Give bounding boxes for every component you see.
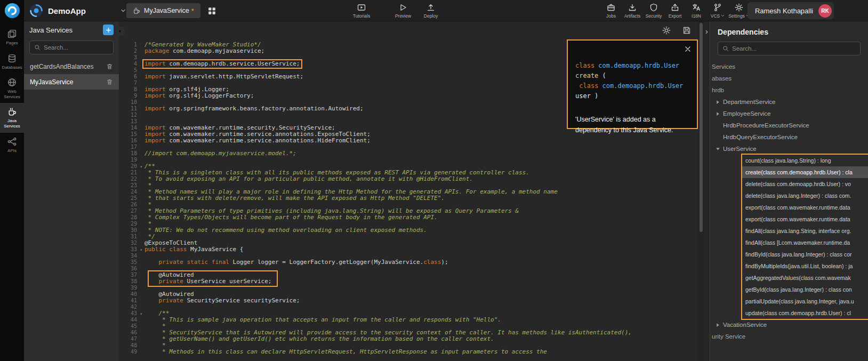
collapse-panel-icon[interactable] [117, 27, 124, 36]
sidebar-item-apis[interactable]: APIs [0, 133, 24, 157]
sidebar-item-java-services[interactable]: Java Services [0, 103, 24, 132]
code-line: 44 * This is sample java operation that … [123, 317, 698, 323]
dependency-method-item[interactable]: export(class com.wavemaker.runtime.data [742, 202, 868, 213]
topbar-action-i18n[interactable]: I18N [686, 0, 707, 21]
editor-toolbar [123, 21, 704, 39]
dependency-method-item[interactable]: findAll(class [Lcom.wavemaker.runtime.da [742, 237, 868, 248]
dependency-method-item[interactable]: getById(class java.lang.Integer) : class… [742, 284, 868, 295]
app-switcher[interactable]: DemoApp [29, 0, 126, 21]
plus-icon [106, 27, 111, 33]
tab-title: MyJavaService [144, 7, 189, 14]
dependency-tree-item-urity-service[interactable]: urity Service [710, 331, 868, 342]
dependency-method-item[interactable]: partialUpdate(class java.lang.Integer, j… [742, 295, 868, 307]
dependencies-collapse-strip[interactable] [704, 21, 710, 361]
dependency-method-item[interactable]: findAll(class java.lang.String, interfac… [742, 225, 868, 237]
dependency-label: HrdbProcedureExecutorService [723, 122, 809, 129]
topbar-action-vcs[interactable]: VCS [707, 0, 728, 21]
java-services-icon [7, 107, 17, 116]
dependency-method-item[interactable]: export(class com.wavemaker.runtime.data [742, 213, 868, 225]
user-name: Ramesh Kothapalli [755, 7, 813, 15]
service-item-getcardsandbalances[interactable]: getCardsAndBalances [24, 59, 119, 74]
code-line: 31 */ [123, 234, 698, 240]
panel-divider[interactable] [119, 21, 123, 361]
code-line: 38 private UserService userService; [123, 278, 698, 285]
apis-icon [7, 137, 17, 146]
dependencies-search-input[interactable] [732, 45, 856, 52]
dependency-method-item[interactable]: getAggregatedValues(class com.wavemak [742, 272, 868, 284]
close-icon[interactable] [685, 46, 691, 52]
topbar-action-deploy[interactable]: Deploy [417, 0, 445, 21]
dependency-method-item[interactable]: delete(class com.demoapp.hrdb.User) : vo [742, 178, 868, 190]
code-line: 39 [123, 285, 698, 291]
trash-icon[interactable] [106, 63, 113, 70]
dependencies-title: Dependencies [710, 21, 868, 42]
settings-icon [735, 3, 743, 12]
panel-title: Java Services [29, 26, 103, 34]
tab-myjavaservice[interactable]: MyJavaService * [126, 3, 200, 18]
scrollbar-thumb[interactable] [700, 23, 703, 232]
topbar-action-tutorials[interactable]: Tutorials [348, 0, 375, 21]
unsaved-indicator: * [191, 7, 194, 15]
dependency-method-item[interactable]: delete(class java.lang.Integer) : class … [742, 190, 868, 202]
code-line: 22 * To avoid exposing an API for a part… [123, 176, 698, 182]
dependencies-panel: Dependencies ServicesabaseshrdbDepartmen… [710, 21, 868, 361]
code-line: 35 private static final Logger logger = … [123, 259, 698, 266]
app-name: DemoApp [48, 6, 86, 15]
topbar-action-label: Jobs [606, 13, 616, 19]
chevron-down-icon [120, 8, 126, 13]
search-input[interactable] [44, 44, 109, 51]
topbar-action-export[interactable]: Export [664, 0, 686, 21]
trash-icon[interactable] [106, 78, 113, 85]
dependency-added-popup: class com.demoapp.hrdb.User create ( cla… [567, 39, 698, 129]
web-services-icon [7, 78, 17, 87]
topbar-action-artifacts[interactable]: Artifacts [622, 0, 643, 21]
code-line: 28 * Complex Types/Objects will become p… [123, 214, 698, 221]
sidebar-item-databases[interactable]: Databases [0, 50, 24, 74]
editor-settings-icon[interactable] [662, 26, 671, 35]
tab-strip: MyJavaService * [126, 3, 216, 18]
dependency-label: hrdb [712, 87, 724, 93]
dependencies-tree: ServicesabaseshrdbDepartmentServiceEmplo… [710, 61, 868, 342]
code-line: 18//import com.demoapp.myjavaservice.mod… [123, 150, 698, 157]
chevron-down-icon [716, 147, 720, 151]
dependency-label: UserService [723, 146, 757, 152]
vcs-icon [713, 3, 722, 12]
grid-icon[interactable] [207, 6, 216, 15]
chevron-right-icon [716, 323, 720, 327]
dependency-tree-item-hrdb[interactable]: hrdb [710, 84, 868, 96]
topbar-right-actions: Jobs Artifacts Security Export I18N VCS … [600, 0, 750, 21]
dependency-tree-item-abases[interactable]: abases [710, 73, 868, 84]
dependency-tree-item-employeeservice[interactable]: EmployeeService [710, 108, 868, 119]
dependency-tree-item-hrdbprocedureexecutorservice[interactable]: HrdbProcedureExecutorService [710, 119, 868, 131]
save-icon[interactable] [682, 26, 691, 35]
dependency-tree-item-userservice[interactable]: UserService [710, 143, 868, 155]
search-icon [722, 45, 729, 52]
dependency-method-item[interactable]: findById(class java.lang.Integer) : clas… [742, 248, 868, 260]
add-service-button[interactable] [103, 25, 114, 35]
sidebar-item-pages[interactable]: Pages [0, 25, 24, 50]
editor-scrollbar[interactable] [698, 21, 704, 361]
topbar-action-settings[interactable]: Settings [728, 0, 750, 21]
dependency-tree-item-services[interactable]: Services [710, 61, 868, 73]
topbar-action-security[interactable]: Security [643, 0, 664, 21]
service-item-myjavaservice[interactable]: MyJavaService [24, 74, 119, 90]
artifacts-icon [628, 3, 637, 12]
wavemaker-logo[interactable] [4, 3, 20, 19]
dependency-method-item[interactable]: findByMultipleIds(java.util.List, boolea… [742, 260, 868, 272]
dependency-tree-item-vacationservice[interactable]: VacationService [710, 319, 868, 331]
chevron-right-icon[interactable] [704, 28, 709, 34]
chevron-right-icon [716, 100, 720, 105]
dependency-method-item[interactable]: create(class com.demoapp.hrdb.User) : cl… [742, 166, 868, 178]
dependency-method-item[interactable]: update(class com.demoapp.hrdb.User) : cl [742, 307, 868, 319]
sidebar-item-label: Java Services [0, 118, 24, 129]
dependency-tree-item-departmentservice[interactable]: DepartmentService [710, 96, 868, 108]
dependency-tree-item-hrdbqueryexecutorservice[interactable]: HrdbQueryExecutorService [710, 131, 868, 143]
sidebar-item-web-services[interactable]: Web Services [0, 74, 24, 103]
topbar-action-jobs[interactable]: Jobs [600, 0, 622, 21]
dependency-method-item[interactable]: count(class java.lang.String) : long [742, 155, 868, 166]
user-menu[interactable]: Ramesh Kothapalli RK [748, 2, 834, 19]
topbar-action-label: Deploy [424, 13, 438, 19]
topbar-action-preview[interactable]: Preview [389, 0, 417, 21]
tutorials-icon [357, 3, 366, 12]
topbar-action-label: I18N [692, 13, 701, 19]
